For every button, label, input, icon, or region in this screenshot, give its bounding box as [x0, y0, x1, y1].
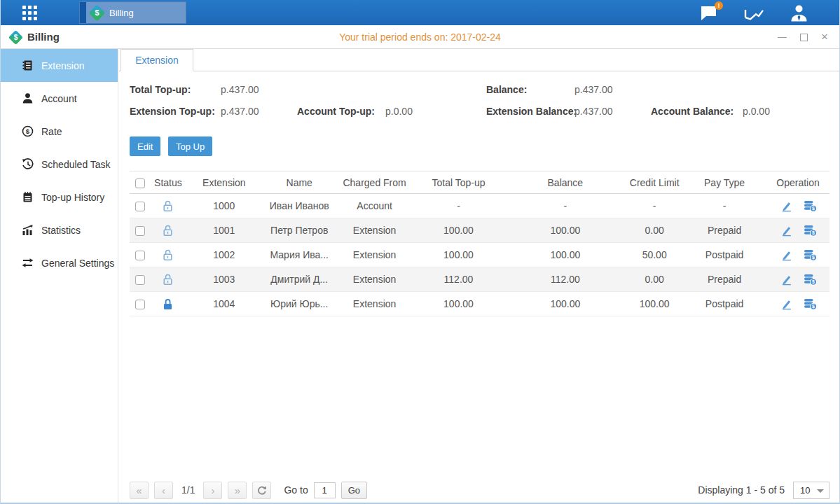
messages-icon[interactable]: !	[700, 5, 718, 21]
general-settings-icon	[22, 257, 34, 269]
sidebar-item-label: Top-up History	[41, 192, 104, 203]
cell-charged-from: Account	[336, 194, 413, 218]
col-balance: Balance	[504, 172, 626, 194]
svg-text:$: $	[26, 127, 30, 135]
sidebar: Extension Account $ Rate Scheduled Task	[1, 49, 118, 503]
sidebar-item-account[interactable]: Account	[1, 82, 118, 115]
minimize-icon[interactable]	[778, 37, 787, 38]
row-checkbox[interactable]	[135, 275, 145, 285]
cell-credit-limit: -	[626, 194, 682, 218]
cell-name: Дмитрий Д...	[263, 267, 336, 292]
page-size-select[interactable]: 10	[793, 482, 829, 499]
edit-icon[interactable]	[780, 273, 792, 286]
statistics-icon	[22, 224, 34, 236]
topup-icon[interactable]: $	[804, 248, 817, 261]
sidebar-item-statistics[interactable]: Statistics	[1, 214, 118, 246]
cell-total-topup: 100.00	[413, 218, 504, 243]
cell-name: Иван Иванов	[263, 194, 336, 218]
taskbar: $ Billing !	[1, 0, 839, 25]
cell-total-topup: 100.00	[413, 292, 504, 316]
cell-credit-limit: 100.00	[626, 292, 682, 316]
sidebar-item-label: Account	[41, 93, 77, 104]
sidebar-item-rate[interactable]: $ Rate	[1, 115, 118, 148]
prev-page-icon[interactable]: ‹	[154, 482, 173, 499]
top-up-button[interactable]: Top Up	[168, 136, 212, 156]
account-topup-label: Account Top-up:	[297, 106, 375, 117]
window-titlebar: $ Billing Your trial period ends on: 201…	[1, 25, 839, 49]
edit-icon[interactable]	[780, 298, 792, 310]
account-icon	[22, 92, 34, 104]
svg-text:$: $	[812, 279, 815, 285]
cell-name: Юрий Юрь...	[263, 292, 336, 316]
billing-diamond-icon: $	[88, 4, 105, 21]
sidebar-item-extension[interactable]: Extension	[1, 49, 118, 82]
tab-edge-strip	[80, 2, 86, 23]
pagination-bar: « ‹ 1/1 › » Go to Go Displaying 1 - 5 of…	[130, 480, 829, 500]
goto-page-input[interactable]	[314, 482, 336, 498]
cell-credit-limit: 0.00	[626, 267, 682, 292]
sidebar-item-topup-history[interactable]: Top-up History	[1, 181, 118, 214]
trial-notice: Your trial period ends on: 2017-02-24	[1, 31, 839, 43]
cell-extension: 1000	[186, 194, 263, 218]
lock-status-icon	[162, 273, 174, 284]
user-icon[interactable]	[790, 4, 808, 22]
account-balance-label: Account Balance:	[651, 106, 734, 117]
row-checkbox[interactable]	[135, 226, 145, 236]
total-topup-label: Total Top-up:	[130, 84, 191, 95]
row-checkbox[interactable]	[135, 300, 145, 309]
table-row: 1001 Петр Петров Extension 100.00 100.00…	[130, 218, 829, 243]
col-charged-from: Charged From	[336, 172, 413, 194]
app-launcher-grid-icon[interactable]	[22, 6, 37, 20]
cell-charged-from: Extension	[336, 292, 413, 316]
col-operation: Operation	[766, 172, 829, 194]
topup-icon[interactable]: $	[804, 273, 817, 286]
cell-total-topup: -	[413, 194, 504, 218]
cell-pay-type: Postpaid	[682, 292, 766, 316]
maximize-icon[interactable]	[800, 34, 808, 41]
topup-icon[interactable]: $	[804, 200, 817, 212]
lock-status-icon	[162, 224, 174, 235]
topup-icon[interactable]: $	[804, 298, 817, 310]
extension-topup-label: Extension Top-up:	[130, 106, 215, 117]
extension-balance-label: Extension Balance:	[486, 106, 577, 117]
row-checkbox[interactable]	[135, 251, 145, 260]
sidebar-item-label: Rate	[41, 126, 62, 137]
scheduled-task-icon	[22, 158, 34, 170]
cell-extension: 1002	[186, 243, 263, 267]
cell-extension: 1004	[186, 292, 263, 316]
edit-icon[interactable]	[780, 248, 792, 261]
topup-icon[interactable]: $	[804, 224, 817, 237]
cell-name: Петр Петров	[263, 218, 336, 243]
taskbar-tab-label: Billing	[109, 8, 134, 18]
cell-balance: 100.00	[504, 292, 626, 316]
tab-bar: Extension	[119, 49, 839, 71]
select-all-checkbox[interactable]	[135, 178, 145, 188]
sidebar-item-general-settings[interactable]: General Settings	[1, 246, 118, 279]
taskbar-tab-billing[interactable]: $ Billing	[79, 1, 186, 24]
edit-icon[interactable]	[780, 200, 792, 212]
sidebar-item-scheduled-task[interactable]: Scheduled Task	[1, 148, 118, 181]
next-page-icon[interactable]: ›	[203, 482, 222, 499]
cell-extension: 1003	[186, 267, 263, 292]
rate-icon: $	[22, 125, 34, 137]
cell-charged-from: Extension	[336, 243, 413, 267]
col-credit-limit: Credit Limit	[626, 172, 682, 194]
cell-balance: 112.00	[504, 267, 626, 292]
svg-text:$: $	[812, 304, 815, 309]
edit-button[interactable]: Edit	[130, 136, 160, 156]
first-page-icon[interactable]: «	[130, 482, 149, 499]
topup-history-icon	[22, 191, 34, 203]
table-row: 1000 Иван Иванов Account - - - - $	[130, 194, 829, 218]
last-page-icon[interactable]: »	[228, 482, 247, 499]
col-name: Name	[263, 172, 336, 194]
close-icon[interactable]: ×	[821, 32, 828, 42]
statistics-icon[interactable]	[743, 4, 764, 21]
row-checkbox[interactable]	[135, 202, 145, 211]
edit-icon[interactable]	[780, 224, 792, 237]
cell-total-topup: 100.00	[413, 243, 504, 267]
notification-badge: !	[715, 1, 723, 10]
extension-balance-value: p.437.00	[574, 106, 613, 117]
tab-extension[interactable]: Extension	[121, 49, 193, 71]
go-button[interactable]: Go	[341, 482, 367, 499]
refresh-icon[interactable]	[252, 482, 271, 499]
